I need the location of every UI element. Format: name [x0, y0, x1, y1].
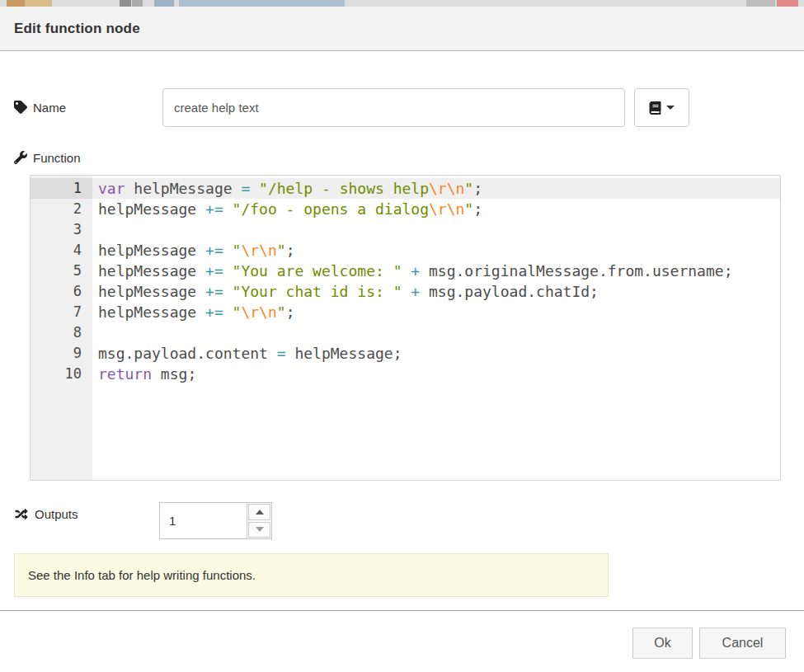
code-token: "Your chat id is: " — [233, 283, 402, 300]
code-token: helpMessage — [98, 303, 205, 321]
code-line: helpMessage += "\r\n"; — [92, 302, 780, 322]
backdrop-fragment — [777, 0, 798, 7]
backdrop-fragment — [25, 0, 52, 7]
backdrop-fragment — [7, 0, 25, 7]
code-token: \r\n — [429, 200, 464, 218]
tag-icon — [14, 101, 27, 114]
line-number: 3 — [31, 219, 92, 240]
outputs-input[interactable] — [160, 503, 247, 538]
code-token — [402, 283, 411, 300]
line-number: 8 — [31, 322, 92, 343]
code-token: += — [205, 200, 223, 218]
code-line: helpMessage += "Your chat id is: " + msg… — [92, 281, 780, 302]
library-button[interactable] — [634, 88, 689, 127]
code-token — [223, 283, 233, 300]
code-token — [223, 262, 233, 280]
function-label-text: Function — [33, 151, 81, 165]
wrench-icon — [14, 151, 27, 164]
code-line: var helpMessage = "/help - shows help\r\… — [92, 178, 780, 199]
code-token: helpMessage — [98, 262, 205, 280]
code-token: ; — [286, 242, 295, 259]
code-token: \r\n — [429, 180, 464, 197]
code-line: helpMessage += "You are welcome: " + msg… — [92, 261, 780, 281]
ok-button[interactable]: Ok — [632, 627, 693, 659]
line-number: 5 — [31, 261, 92, 281]
spinner-buttons — [247, 503, 271, 538]
code-line: return msg; — [92, 364, 780, 384]
code-token: " — [464, 200, 473, 218]
code-token: " — [464, 180, 473, 197]
code-token: helpMessage — [98, 200, 205, 218]
editor-backdrop — [0, 0, 804, 7]
code-token — [223, 303, 233, 321]
name-label-text: Name — [33, 101, 66, 115]
form-tip-text: See the Info tab for help writing functi… — [28, 568, 256, 582]
code-token: + — [411, 262, 420, 280]
name-label: Name — [14, 99, 66, 115]
line-number: 7 — [31, 302, 92, 322]
form-tip: See the Info tab for help writing functi… — [14, 553, 609, 597]
code-token: += — [205, 283, 223, 300]
code-line: helpMessage += "\r\n"; — [92, 240, 780, 261]
code-token — [402, 262, 411, 280]
code-token: ; — [473, 180, 482, 197]
code-token: = — [241, 180, 250, 197]
line-number: 6 — [31, 281, 92, 302]
code-token: msg.payload.content — [98, 345, 277, 362]
backdrop-fragment — [179, 0, 345, 7]
footer-divider — [0, 610, 804, 611]
code-token: = — [277, 345, 286, 362]
book-icon — [649, 101, 661, 115]
function-label: Function — [14, 149, 81, 166]
line-number: 9 — [31, 343, 92, 364]
code-token: "/foo - opens a dialog — [233, 200, 429, 218]
code-token: " — [233, 242, 242, 259]
editor-code: var helpMessage = "/help - shows help\r\… — [92, 176, 780, 480]
code-token: \r\n — [241, 242, 276, 259]
line-number: 4 — [31, 240, 92, 261]
screen: Edit function node Name Function 1234567… — [0, 0, 804, 672]
line-number: 1 — [31, 178, 92, 199]
spinner-down-button[interactable] — [248, 522, 270, 538]
code-token: " — [277, 303, 286, 321]
code-token — [223, 242, 233, 259]
code-token: helpMessage — [125, 180, 242, 197]
shuffle-icon — [14, 508, 29, 520]
spinner-up-button[interactable] — [248, 504, 270, 520]
code-token: msg.originalMessage.from.username; — [420, 262, 732, 280]
function-code-editor[interactable]: 12345678910 var helpMessage = "/help - s… — [30, 175, 781, 481]
code-token: helpMessage; — [286, 345, 402, 362]
code-line: msg.payload.content = helpMessage; — [92, 343, 780, 364]
editor-gutter: 12345678910 — [31, 176, 92, 480]
dialog-title: Edit function node — [14, 21, 140, 37]
edit-function-dialog: Edit function node Name Function 1234567… — [0, 7, 804, 672]
code-token: msg; — [152, 365, 196, 383]
code-token: += — [205, 303, 223, 321]
cancel-button[interactable]: Cancel — [699, 627, 786, 659]
name-input[interactable] — [162, 88, 625, 127]
code-token: ; — [473, 200, 482, 218]
backdrop-fragment — [746, 0, 775, 7]
code-token: var — [98, 180, 125, 197]
code-token: "You are welcome: " — [233, 262, 402, 280]
code-token: msg.payload.chatId; — [420, 283, 599, 300]
backdrop-fragment — [132, 0, 143, 7]
code-token: += — [205, 262, 223, 280]
code-token: helpMessage — [98, 242, 205, 259]
code-token — [223, 200, 233, 218]
outputs-label: Outputs — [14, 505, 78, 522]
code-line — [92, 219, 780, 240]
line-number: 10 — [31, 364, 92, 384]
code-token: \r\n — [241, 303, 276, 321]
arrow-up-icon — [256, 510, 264, 515]
outputs-label-text: Outputs — [35, 507, 78, 521]
arrow-down-icon — [256, 527, 264, 532]
outputs-spinner — [159, 502, 272, 539]
dialog-header: Edit function node — [0, 7, 804, 51]
code-token: + — [411, 283, 420, 300]
backdrop-fragment — [154, 0, 174, 7]
caret-down-icon — [666, 106, 675, 110]
code-token: return — [98, 365, 152, 383]
code-line — [92, 322, 780, 343]
code-token: " — [277, 242, 286, 259]
